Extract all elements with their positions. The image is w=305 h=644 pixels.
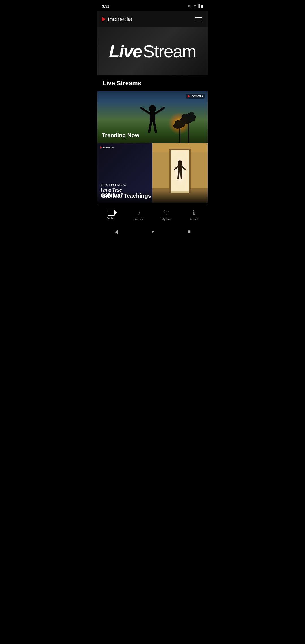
live-streams-title: Live Streams bbox=[103, 80, 141, 87]
bottom-navigation: Video ♪ Audio ♡ My List ℹ About bbox=[97, 205, 208, 225]
trending-section[interactable]: incmedia Trending Now bbox=[97, 91, 208, 143]
left-thumbnail[interactable]: incmedia How Do I Know I'm a True Christ… bbox=[97, 143, 152, 203]
nav-item-about[interactable]: ℹ About bbox=[184, 209, 204, 221]
video-icon-container bbox=[108, 210, 115, 216]
google-icon: G bbox=[188, 4, 190, 8]
trending-background: incmedia Trending Now bbox=[97, 91, 208, 143]
thumb-play-icon bbox=[100, 146, 102, 149]
watermark-text: incmedia bbox=[191, 95, 203, 98]
svg-rect-26 bbox=[169, 149, 171, 193]
menu-button[interactable] bbox=[194, 16, 203, 23]
how-text: How Do I Know bbox=[101, 183, 149, 187]
svg-line-24 bbox=[178, 171, 179, 179]
thumb-inc-logo: incmedia bbox=[100, 146, 114, 149]
banner-logo-text: Live Stream bbox=[109, 41, 196, 61]
android-recent-button[interactable]: ■ bbox=[188, 229, 191, 234]
audio-icon: ♪ bbox=[137, 209, 140, 216]
android-navigation-bar: ◀ ● ■ bbox=[97, 225, 208, 238]
about-label: About bbox=[190, 217, 198, 221]
nav-item-mylist[interactable]: ♡ My List bbox=[156, 209, 176, 221]
hamburger-line-2 bbox=[195, 19, 202, 19]
svg-rect-0 bbox=[188, 121, 189, 143]
nav-item-audio[interactable]: ♪ Audio bbox=[129, 209, 149, 221]
svg-rect-28 bbox=[169, 149, 191, 150]
status-bar: 3:51 G · ▾ ▐ ▮ bbox=[97, 0, 208, 11]
video-play-tri-icon bbox=[115, 211, 117, 214]
live-text: Live bbox=[109, 42, 142, 61]
status-icons: G · ▾ ▐ ▮ bbox=[188, 4, 203, 8]
svg-rect-4 bbox=[179, 126, 180, 143]
audio-label: Audio bbox=[135, 217, 143, 221]
status-time: 3:51 bbox=[102, 4, 109, 8]
svg-line-25 bbox=[181, 171, 182, 179]
person-silhouette-svg bbox=[138, 104, 167, 138]
thumb-inc-text: incmedia bbox=[103, 146, 114, 149]
trending-label: Trending Now bbox=[102, 132, 139, 139]
wifi-icon: ▾ bbox=[194, 4, 196, 8]
stream-text: Stream bbox=[143, 42, 196, 61]
app-logo: incmedia bbox=[102, 16, 132, 23]
svg-point-20 bbox=[178, 160, 182, 166]
video-icon bbox=[108, 210, 115, 216]
svg-line-9 bbox=[141, 108, 150, 114]
thumbnail-text: How Do I Know I'm a True Christian? bbox=[101, 183, 149, 199]
incmedia-watermark: incmedia bbox=[186, 94, 205, 99]
svg-line-12 bbox=[154, 122, 156, 132]
logo-media-text: media bbox=[116, 16, 132, 23]
live-streams-title-row: Live Streams bbox=[97, 75, 208, 91]
mylist-icon: ♡ bbox=[164, 209, 169, 216]
logo-text: incmedia bbox=[108, 16, 132, 23]
app-header: incmedia bbox=[97, 11, 208, 27]
svg-rect-27 bbox=[189, 149, 191, 193]
android-back-button[interactable]: ◀ bbox=[114, 229, 118, 234]
svg-point-7 bbox=[149, 105, 156, 113]
play-triangle-icon bbox=[102, 17, 106, 21]
mylist-label: My List bbox=[161, 217, 171, 221]
nav-item-video[interactable]: Video bbox=[101, 210, 121, 220]
signal-icon: ▐ bbox=[197, 4, 200, 8]
battery-icon: ▮ bbox=[201, 4, 203, 8]
christian-text: Christian? bbox=[101, 193, 149, 198]
logo-inc-text: inc bbox=[108, 16, 116, 23]
thumbnails-section: incmedia How Do I Know I'm a True Christ… bbox=[97, 143, 208, 203]
video-label: Video bbox=[107, 217, 115, 220]
livestream-banner[interactable]: Live Stream bbox=[97, 27, 208, 75]
svg-line-10 bbox=[155, 108, 164, 114]
hamburger-line-3 bbox=[195, 21, 202, 21]
svg-line-11 bbox=[149, 122, 151, 132]
palm-trees-svg bbox=[168, 104, 202, 143]
about-icon: ℹ bbox=[193, 209, 195, 216]
logo-play-icon bbox=[102, 17, 106, 21]
im-a-true-text: I'm a True bbox=[101, 187, 149, 193]
watermark-play-icon bbox=[188, 95, 190, 98]
hamburger-line-1 bbox=[195, 17, 202, 18]
notification-dot: · bbox=[192, 4, 193, 8]
android-home-button[interactable]: ● bbox=[151, 229, 154, 234]
